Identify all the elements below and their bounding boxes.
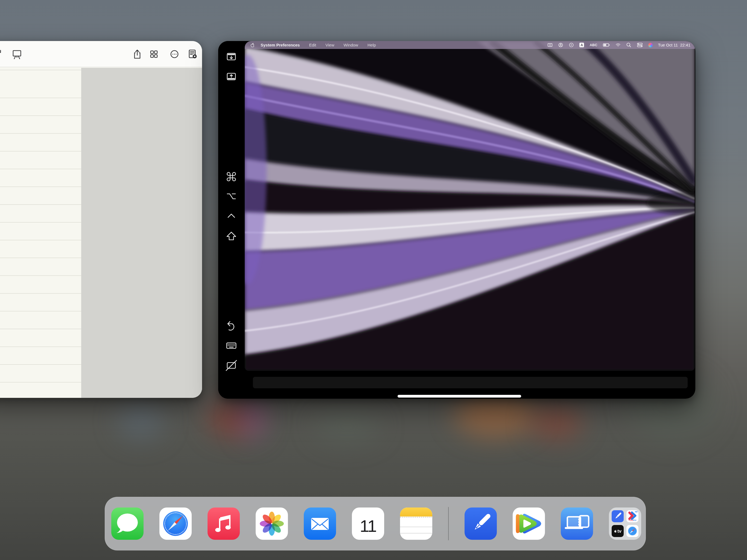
youku-label: YOUKU <box>626 519 639 521</box>
input-source-badge[interactable]: A <box>579 43 584 47</box>
ruled-paper-page[interactable] <box>0 68 81 398</box>
menu-view[interactable]: View <box>325 43 334 47</box>
window-arrow-up-icon[interactable] <box>225 71 237 82</box>
virtual-touch-bar[interactable] <box>253 377 688 388</box>
apple-tv-label: tv <box>617 529 621 533</box>
shift-key-icon[interactable] <box>225 230 237 242</box>
notes-toolbar <box>0 41 202 67</box>
dock-tencent-video-icon[interactable] <box>513 508 545 540</box>
mini-apple-tv-icon: tv <box>612 525 624 537</box>
dock-messages-icon[interactable] <box>111 508 144 540</box>
battery-icon[interactable] <box>603 42 610 48</box>
grid-icon[interactable] <box>149 49 159 59</box>
safari-needle <box>159 508 192 540</box>
dock-safari-icon[interactable] <box>159 508 192 540</box>
window-arrow-down-icon[interactable] <box>225 51 237 62</box>
menu-app-title[interactable]: System Preferences <box>261 43 300 47</box>
notes-perforation <box>400 517 432 518</box>
siri-icon[interactable] <box>648 43 653 47</box>
remote-mac-window[interactable]: System Preferences Edit View Window Help… <box>218 41 695 399</box>
share-icon[interactable] <box>131 49 143 59</box>
notes-app-window[interactable] <box>0 41 202 398</box>
page-settings-icon[interactable] <box>187 49 198 59</box>
dock-photos-icon[interactable] <box>256 508 288 540</box>
input-source-label[interactable]: ABC <box>590 43 597 47</box>
menu-window[interactable]: Window <box>344 43 358 47</box>
menu-edit[interactable]: Edit <box>309 43 316 47</box>
notes-rule-line <box>400 527 432 527</box>
notes-content <box>0 68 202 398</box>
dock: 11 <box>105 497 646 551</box>
spotlight-icon[interactable] <box>626 42 632 48</box>
notes-yellow-band <box>400 508 432 516</box>
dock-screen-mirroring-icon[interactable] <box>561 508 593 540</box>
dock-calendar-icon[interactable]: 11 <box>352 508 384 540</box>
command-key-icon[interactable] <box>225 171 237 183</box>
keyboard-icon[interactable] <box>225 339 237 351</box>
display-icon[interactable] <box>547 42 552 48</box>
window-handle-pill[interactable] <box>397 395 521 398</box>
user-circle-icon[interactable] <box>558 42 563 48</box>
more-icon[interactable] <box>169 49 180 59</box>
trackpad-off-icon[interactable] <box>225 359 237 371</box>
dock-music-icon[interactable] <box>208 508 240 540</box>
background-blob <box>314 410 380 443</box>
dock-app-library-icon[interactable]: HD YOUKU tv <box>609 508 641 540</box>
remote-sidebar <box>218 41 245 399</box>
youku-hd-badge: HD <box>635 511 638 513</box>
play-circle-icon[interactable] <box>569 42 574 48</box>
apple-logo-icon[interactable] <box>250 43 255 48</box>
notes-rule-line <box>400 533 432 533</box>
menu-bar-clock[interactable]: Tue Oct 11 22:41 <box>658 43 690 47</box>
background-blob <box>241 394 265 440</box>
calendar-day: 11 <box>352 517 384 535</box>
dock-notes-icon[interactable] <box>400 508 432 540</box>
dock-goodnotes-icon[interactable] <box>465 508 497 540</box>
canvas-background <box>81 68 202 398</box>
dock-mail-icon[interactable] <box>304 508 336 540</box>
background-blob <box>118 402 164 440</box>
mini-goodnotes-icon <box>612 510 624 522</box>
presentation-easel-icon[interactable] <box>11 49 22 59</box>
macos-wallpaper <box>245 41 695 371</box>
cropped-edge-icon[interactable] <box>0 49 2 59</box>
mini-youku-icon: HD YOUKU <box>626 510 639 522</box>
mini-safari-icon <box>626 525 639 537</box>
remote-mac-screen[interactable]: System Preferences Edit View Window Help… <box>245 41 695 371</box>
control-key-icon[interactable] <box>225 210 237 222</box>
option-key-icon[interactable] <box>225 190 237 202</box>
background-blob <box>531 405 583 440</box>
menu-help[interactable]: Help <box>367 43 376 47</box>
dock-separator <box>448 507 449 540</box>
undo-icon[interactable] <box>225 320 237 332</box>
control-center-icon[interactable] <box>637 42 643 48</box>
mac-menu-bar: System Preferences Edit View Window Help… <box>245 41 695 49</box>
wifi-icon[interactable] <box>616 42 621 48</box>
